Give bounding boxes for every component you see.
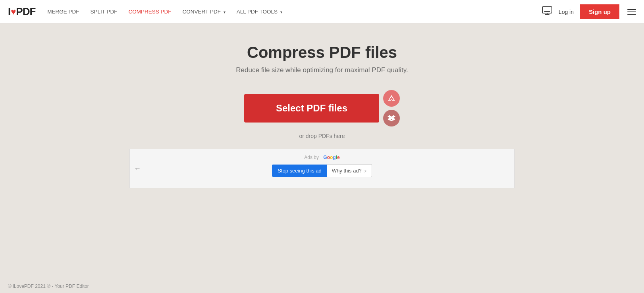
- header-right: Log in Sign up: [542, 4, 636, 19]
- dropbox-button[interactable]: [383, 110, 400, 126]
- nav-compress-pdf[interactable]: COMPRESS PDF: [129, 9, 172, 15]
- nav-all-pdf-tools[interactable]: ALL PDF TOOLS ▾: [237, 9, 282, 15]
- why-this-ad-button[interactable]: Why this ad? ▷: [327, 164, 372, 177]
- ad-container: ← Ads by Google Stop seeing this ad Why …: [129, 149, 515, 188]
- logo-heart-icon: ♥: [11, 7, 15, 17]
- logo[interactable]: I ♥ PDF: [8, 6, 35, 18]
- hamburger-menu-icon[interactable]: [627, 9, 636, 15]
- all-tools-arrow-icon: ▾: [280, 10, 282, 14]
- ads-by-google-label: Ads by Google: [304, 155, 339, 160]
- google-drive-button[interactable]: [383, 90, 400, 107]
- signup-button[interactable]: Sign up: [580, 4, 619, 19]
- page-subtitle: Reduce file size while optimizing for ma…: [236, 66, 408, 74]
- svg-rect-0: [542, 7, 552, 13]
- cloud-icons: [383, 90, 400, 126]
- drop-text: or drop PDFs here: [299, 133, 345, 139]
- stop-seeing-ad-button[interactable]: Stop seeing this ad: [272, 165, 327, 177]
- nav-split-pdf[interactable]: SPLIT PDF: [91, 9, 118, 15]
- monitor-icon[interactable]: [542, 6, 552, 17]
- select-pdf-button[interactable]: Select PDF files: [244, 94, 379, 123]
- footer: © iLovePDF 2021 ® - Your PDF Editor: [0, 280, 644, 293]
- main-nav: MERGE PDF SPLIT PDF COMPRESS PDF CONVERT…: [47, 9, 542, 15]
- copyright-text: © iLovePDF 2021 ® - Your PDF Editor: [8, 283, 89, 289]
- page-title: Compress PDF files: [247, 44, 397, 61]
- header: I ♥ PDF MERGE PDF SPLIT PDF COMPRESS PDF…: [0, 0, 644, 24]
- main-content: Compress PDF files Reduce file size whil…: [0, 24, 644, 188]
- back-arrow-icon[interactable]: ←: [134, 165, 141, 173]
- google-brand: Google: [323, 155, 339, 160]
- logo-pdf: PDF: [16, 6, 35, 18]
- ad-actions: Stop seeing this ad Why this ad? ▷: [272, 164, 372, 177]
- nav-convert-pdf[interactable]: CONVERT PDF ▾: [183, 9, 226, 15]
- why-ad-arrow-icon: ▷: [364, 169, 367, 173]
- login-button[interactable]: Log in: [559, 9, 574, 15]
- logo-i: I: [8, 6, 10, 18]
- select-area: Select PDF files: [244, 90, 400, 126]
- nav-merge-pdf[interactable]: MERGE PDF: [47, 9, 79, 15]
- convert-pdf-arrow-icon: ▾: [224, 10, 226, 14]
